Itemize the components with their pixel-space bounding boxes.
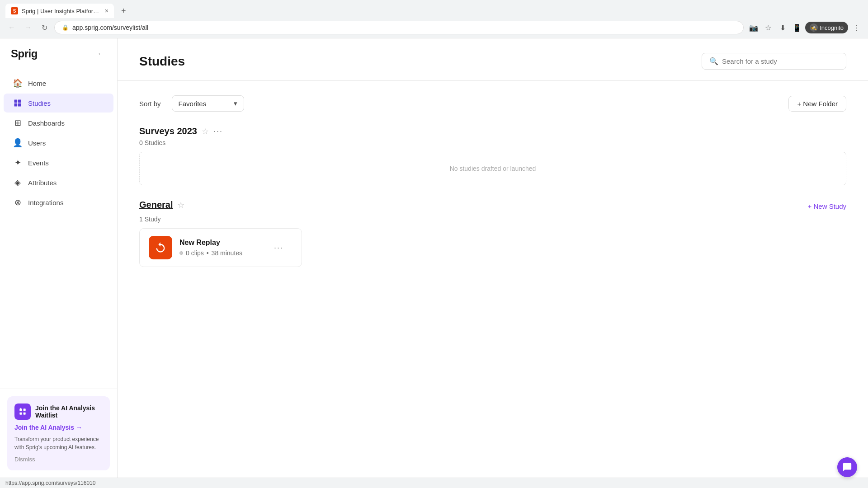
browser-toolbar-actions: 📷 ☆ ⬇ 📱 🕵 Incognito ⋮ — [747, 21, 863, 34]
page-title: Studies — [139, 54, 185, 69]
svg-rect-7 — [24, 413, 26, 415]
sidebar-item-label-integrations: Integrations — [28, 199, 63, 206]
ai-waitlist-link[interactable]: Join the AI Analysis — [14, 424, 82, 431]
browser-address-bar[interactable]: 🔒 app.sprig.com/surveylist/all — [54, 21, 744, 34]
dashboards-icon: ⊞ — [13, 118, 23, 128]
sidebar-item-attributes[interactable]: ◈ Attributes — [4, 173, 113, 192]
folder-general-header: General ☆ + New Study — [139, 200, 846, 213]
sidebar-item-dashboards[interactable]: ⊞ Dashboards — [4, 113, 113, 132]
ai-card-dismiss-button[interactable]: Dismiss — [14, 456, 35, 463]
bookmark-icon[interactable]: ☆ — [762, 21, 774, 34]
empty-folder-box-surveys-2023: No studies drafted or launched — [139, 152, 846, 185]
sprig-logo: Sprig — [11, 47, 38, 60]
ai-card-title: Join the AI Analysis Waitlist — [35, 404, 103, 419]
sort-bar: Sort by Favorites ▾ + New Folder — [139, 95, 846, 112]
ai-icon — [14, 404, 31, 420]
search-bar[interactable]: 🔍 — [702, 53, 846, 70]
sidebar-item-home[interactable]: 🏠 Home — [4, 74, 113, 93]
browser-reload-button[interactable]: ↻ — [38, 21, 51, 34]
folder-star-surveys-2023[interactable]: ☆ — [202, 127, 209, 136]
empty-folder-message: No studies drafted or launched — [450, 165, 536, 172]
sidebar-item-integrations[interactable]: ⊗ Integrations — [4, 193, 113, 212]
folder-title-surveys-2023[interactable]: Surveys 2023 — [139, 126, 197, 136]
incognito-icon: 🕵 — [810, 23, 818, 32]
study-card-new-replay[interactable]: New Replay 0 clips • 38 minutes ··· — [139, 228, 302, 267]
chat-widget-button[interactable] — [837, 457, 857, 477]
svg-rect-5 — [24, 408, 26, 411]
sort-value: Favorites — [179, 100, 207, 108]
sidebar-item-events[interactable]: ✦ Events — [4, 153, 113, 172]
browser-chrome: S Sprig | User Insights Platform for... … — [0, 0, 868, 38]
folder-star-general[interactable]: ☆ — [177, 200, 184, 210]
search-icon: 🔍 — [709, 57, 718, 66]
studies-icon — [13, 98, 23, 108]
replay-icon — [149, 236, 172, 259]
study-card-more-button[interactable]: ··· — [274, 243, 283, 253]
new-study-button[interactable]: + New Study — [808, 202, 846, 210]
content-header: Studies 🔍 — [118, 38, 868, 81]
app-container: Sprig ← 🏠 Home Studies ⊞ Dashboards 👤 Us… — [0, 38, 868, 478]
content-body: Sort by Favorites ▾ + New Folder Surveys… — [118, 81, 868, 296]
separator: • — [207, 249, 209, 257]
svg-rect-1 — [18, 100, 21, 103]
sidebar-logo-area: Sprig ← — [0, 38, 117, 69]
home-icon: 🏠 — [13, 78, 23, 88]
svg-rect-6 — [19, 413, 22, 415]
browser-forward-button[interactable]: → — [22, 21, 34, 34]
browser-menu-button[interactable]: ⋮ — [850, 21, 863, 34]
sidebar-item-label-studies: Studies — [28, 99, 51, 107]
sidebar-nav: 🏠 Home Studies ⊞ Dashboards 👤 Users ✦ Ev… — [0, 69, 117, 389]
browser-tab[interactable]: S Sprig | User Insights Platform for... … — [5, 4, 114, 18]
browser-tab-close[interactable]: × — [105, 7, 108, 14]
folder-general: General ☆ + New Study 1 Study New Replay — [139, 200, 846, 267]
integrations-icon: ⊗ — [13, 197, 23, 207]
sidebar-bottom: Join the AI Analysis Waitlist Join the A… — [0, 389, 117, 478]
study-duration-label: 38 minutes — [212, 249, 242, 257]
status-url: https://app.sprig.com/surveys/116010 — [5, 480, 95, 486]
sidebar-item-label-dashboards: Dashboards — [28, 119, 65, 127]
sidebar: Sprig ← 🏠 Home Studies ⊞ Dashboards 👤 Us… — [0, 38, 118, 478]
events-icon: ✦ — [13, 158, 23, 168]
status-bar: https://app.sprig.com/surveys/116010 — [0, 478, 868, 488]
users-icon: 👤 — [13, 138, 23, 148]
sidebar-item-label-events: Events — [28, 159, 49, 167]
svg-rect-0 — [14, 100, 18, 103]
browser-back-button[interactable]: ← — [5, 21, 18, 34]
sidebar-item-studies[interactable]: Studies — [4, 94, 113, 113]
study-clips-label: 0 clips — [186, 249, 204, 257]
camera-icon[interactable]: 📷 — [747, 21, 760, 34]
status-dot — [179, 251, 183, 255]
ai-analysis-card: Join the AI Analysis Waitlist Join the A… — [7, 396, 110, 470]
lock-icon: 🔒 — [62, 24, 69, 31]
folder-general-title-row: General ☆ — [139, 200, 184, 210]
folder-more-surveys-2023[interactable]: ··· — [213, 127, 223, 136]
main-content: Studies 🔍 Sort by Favorites ▾ + New Fold… — [118, 38, 868, 478]
sidebar-item-label-users: Users — [28, 139, 46, 147]
incognito-label: Incognito — [820, 24, 844, 31]
folder-title-general[interactable]: General — [139, 200, 173, 210]
browser-new-tab[interactable]: + — [118, 5, 130, 18]
attributes-icon: ◈ — [13, 178, 23, 188]
sidebar-collapse-button[interactable]: ← — [95, 48, 106, 60]
svg-rect-2 — [14, 103, 18, 107]
folder-count-surveys-2023: 0 Studies — [139, 139, 846, 146]
download-icon[interactable]: ⬇ — [776, 21, 789, 34]
sidebar-item-label-attributes: Attributes — [28, 179, 57, 187]
browser-url: app.sprig.com/surveylist/all — [72, 24, 736, 31]
ai-card-header: Join the AI Analysis Waitlist — [14, 404, 103, 420]
svg-rect-4 — [19, 408, 22, 411]
search-input[interactable] — [722, 57, 839, 65]
sidebar-item-label-home: Home — [28, 80, 46, 87]
svg-rect-3 — [18, 103, 21, 107]
ai-card-description: Transform your product experience with S… — [14, 435, 103, 451]
sort-label: Sort by — [139, 100, 161, 108]
sidebar-item-users[interactable]: 👤 Users — [4, 133, 113, 152]
chevron-down-icon: ▾ — [234, 99, 237, 108]
browser-tab-favicon: S — [11, 7, 18, 14]
folder-surveys-2023-header: Surveys 2023 ☆ ··· — [139, 126, 846, 136]
new-folder-button[interactable]: + New Folder — [788, 96, 846, 112]
folder-count-general: 1 Study — [139, 216, 846, 223]
browser-incognito: 🕵 Incognito — [805, 22, 848, 33]
device-icon[interactable]: 📱 — [791, 21, 803, 34]
sort-dropdown[interactable]: Favorites ▾ — [172, 95, 244, 112]
